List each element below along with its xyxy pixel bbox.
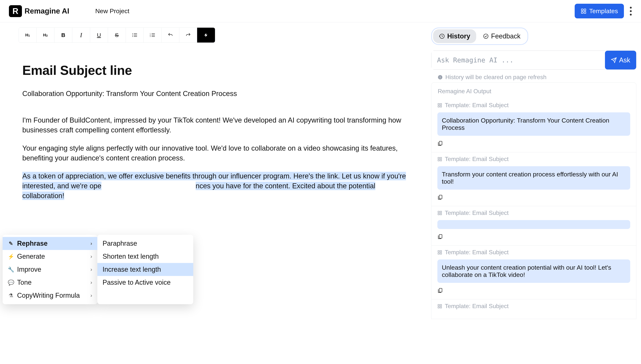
svg-rect-1 <box>584 9 586 10</box>
svg-rect-2 <box>581 12 583 13</box>
redo-button[interactable] <box>179 28 197 42</box>
template-badge: Template: Email Subject <box>437 102 630 109</box>
document-body[interactable]: Email Subject line Collaboration Opportu… <box>22 61 412 201</box>
svg-point-6 <box>630 14 632 16</box>
svg-point-7 <box>132 34 133 34</box>
ordered-list-button[interactable]: 123 <box>144 28 162 42</box>
output-header: Remagine AI Output <box>438 88 636 95</box>
bold-button[interactable]: B <box>55 28 72 42</box>
output-item-2: Template: Email Subject Transform your c… <box>431 152 636 206</box>
app-header: R Remagine AI New Project Templates <box>0 0 641 22</box>
bullet-list-icon <box>132 33 138 38</box>
italic-button[interactable]: I <box>72 28 90 42</box>
svg-rect-29 <box>438 160 439 161</box>
menu-generate[interactable]: ⚡ Generate › <box>3 250 97 263</box>
bullet-list-button[interactable] <box>126 28 144 42</box>
paragraph-2[interactable]: I'm Founder of BuildContent, impressed b… <box>22 115 412 135</box>
ask-input[interactable] <box>431 51 605 70</box>
submenu-paraphrase[interactable]: Paraphrase <box>97 237 193 250</box>
submenu-increase-length[interactable]: Increase text length <box>97 263 193 276</box>
document-heading[interactable]: Email Subject line <box>22 61 412 80</box>
svg-rect-43 <box>440 304 442 306</box>
copy-button[interactable] <box>437 287 630 294</box>
output-text[interactable]: Transform your content creation process … <box>437 166 630 190</box>
tab-history[interactable]: History <box>433 29 476 43</box>
menu-improve-label: Improve <box>17 266 41 273</box>
menu-rephrase[interactable]: ✎ Rephrase › <box>3 237 97 250</box>
submenu-shorten[interactable]: Shorten text length <box>97 250 193 263</box>
templates-button[interactable]: Templates <box>575 4 624 18</box>
svg-rect-23 <box>440 104 442 105</box>
svg-rect-31 <box>439 195 442 199</box>
svg-point-19 <box>484 34 488 38</box>
svg-point-5 <box>630 10 632 12</box>
template-label: Template: Email Subject <box>445 102 508 109</box>
templates-label: Templates <box>589 8 618 15</box>
ai-sidebar: History Feedback Ask i History will be c… <box>431 22 641 364</box>
brand-name: Remagine AI <box>25 7 69 15</box>
svg-rect-26 <box>439 141 442 145</box>
svg-rect-27 <box>438 157 439 159</box>
svg-point-11 <box>132 36 133 37</box>
copy-button[interactable] <box>437 140 630 146</box>
project-title[interactable]: New Project <box>95 8 129 15</box>
output-item-3: Template: Email Subject <box>431 206 636 246</box>
lightning-icon <box>204 32 209 38</box>
tab-feedback[interactable]: Feedback <box>477 29 526 43</box>
output-text[interactable]: Unleash your content creation potential … <box>437 260 630 283</box>
template-label: Template: Email Subject <box>445 156 508 162</box>
more-menu-icon[interactable] <box>629 6 632 16</box>
output-text[interactable] <box>437 220 630 229</box>
ordered-list-icon: 123 <box>150 33 155 38</box>
brand-logo[interactable]: R Remagine AI <box>9 5 69 17</box>
template-label: Template: Email Subject <box>445 210 508 216</box>
grid-icon <box>581 8 586 14</box>
pencil-icon: ✎ <box>8 240 14 247</box>
svg-text:i: i <box>440 76 440 79</box>
template-badge: Template: Email Subject <box>437 210 630 216</box>
underline-button[interactable]: U <box>90 28 108 42</box>
ask-button[interactable]: Ask <box>605 51 636 70</box>
redo-icon <box>185 32 191 38</box>
grid-icon <box>437 210 442 216</box>
bold-label: B <box>61 32 66 38</box>
svg-rect-40 <box>440 253 442 254</box>
menu-tone[interactable]: 💬 Tone › <box>3 276 97 289</box>
menu-copywriting-formula[interactable]: ⚗ CopyWriting Formula › <box>3 289 97 302</box>
ai-action-button[interactable] <box>197 28 215 42</box>
logo-mark: R <box>9 5 22 17</box>
template-badge: Template: Email Subject <box>437 156 630 162</box>
context-menu-secondary: Paraphrase Shorten text length Increase … <box>97 235 193 304</box>
svg-rect-25 <box>440 106 442 107</box>
paragraph-3[interactable]: Your engaging style aligns perfectly wit… <box>22 143 412 163</box>
wrench-icon: 🔧 <box>8 266 14 273</box>
submenu-passive-active[interactable]: Passive to Active voice <box>97 276 193 289</box>
formatting-toolbar: H₁ H₂ B I U S 123 <box>19 28 431 43</box>
heading2-button[interactable]: H₂ <box>37 28 55 42</box>
svg-rect-44 <box>438 306 439 308</box>
output-text[interactable]: Collaboration Opportunity: Transform You… <box>437 112 630 136</box>
grid-icon <box>437 304 442 309</box>
strike-button[interactable]: S <box>108 28 126 42</box>
svg-rect-3 <box>584 12 586 13</box>
heading1-button[interactable]: H₁ <box>19 28 37 42</box>
editor-area: H₁ H₂ B I U S 123 <box>0 22 431 364</box>
svg-point-9 <box>132 35 133 36</box>
ai-context-menu: ✎ Rephrase › ⚡ Generate › 🔧 Improve › 💬 … <box>3 235 193 304</box>
svg-rect-34 <box>438 214 439 215</box>
send-icon <box>611 57 617 63</box>
undo-button[interactable] <box>162 28 179 42</box>
history-warning: i History will be cleared on page refres… <box>438 74 641 80</box>
paragraph-1[interactable]: Collaboration Opportunity: Transform You… <box>22 89 412 98</box>
svg-rect-39 <box>438 253 439 254</box>
h2-label: H₂ <box>43 33 48 38</box>
history-warning-text: History will be cleared on page refresh <box>445 74 546 80</box>
paragraph-4[interactable]: As a token of appreciation, we offer exc… <box>22 171 412 201</box>
history-icon <box>439 33 445 39</box>
menu-improve[interactable]: 🔧 Improve › <box>3 263 97 276</box>
copy-button[interactable] <box>437 234 630 240</box>
lightning-icon: ⚡ <box>8 254 14 260</box>
submenu-shorten-label: Shorten text length <box>103 252 159 260</box>
copy-button[interactable] <box>437 194 630 200</box>
menu-rephrase-label: Rephrase <box>17 240 48 247</box>
